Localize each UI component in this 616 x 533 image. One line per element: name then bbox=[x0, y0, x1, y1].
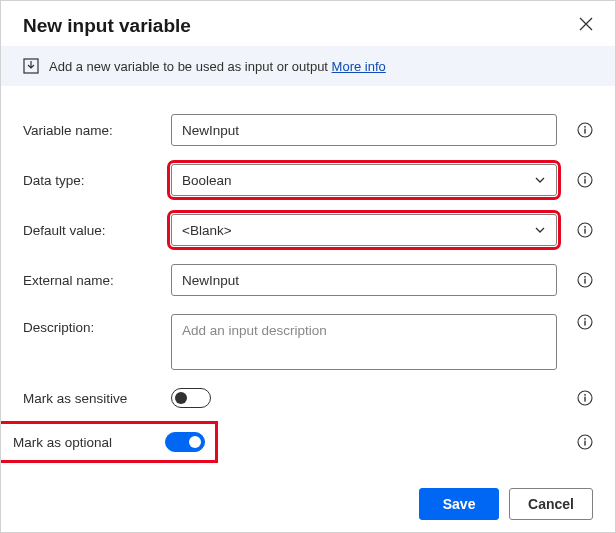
svg-point-14 bbox=[584, 318, 586, 320]
label-variable-name: Variable name: bbox=[23, 123, 161, 138]
dialog-header: New input variable bbox=[1, 1, 615, 46]
row-default-value: Default value: <Blank> bbox=[23, 214, 593, 246]
close-icon bbox=[579, 17, 593, 31]
chevron-down-icon bbox=[534, 224, 546, 236]
label-mark-sensitive: Mark as sensitive bbox=[23, 391, 161, 406]
svg-point-8 bbox=[584, 226, 586, 228]
svg-rect-18 bbox=[584, 397, 585, 402]
form-body: Variable name: Data type: Boolean Defaul… bbox=[1, 86, 615, 486]
row-mark-sensitive: Mark as sensitive bbox=[23, 388, 593, 408]
info-banner: Add a new variable to be used as input o… bbox=[1, 46, 615, 86]
info-icon-mark-optional[interactable] bbox=[567, 434, 593, 450]
svg-point-17 bbox=[584, 394, 586, 396]
info-icon-description[interactable] bbox=[567, 314, 593, 330]
info-icon-mark-sensitive[interactable] bbox=[567, 390, 593, 406]
svg-point-2 bbox=[584, 126, 586, 128]
more-info-link[interactable]: More info bbox=[332, 59, 386, 74]
toggle-mark-optional[interactable] bbox=[165, 432, 205, 452]
select-default-value-value: <Blank> bbox=[182, 223, 232, 238]
select-data-type-value: Boolean bbox=[182, 173, 232, 188]
input-variable-name[interactable] bbox=[171, 114, 557, 146]
info-icon-variable-name[interactable] bbox=[567, 122, 593, 138]
close-button[interactable] bbox=[575, 13, 597, 38]
svg-rect-21 bbox=[584, 441, 585, 446]
row-external-name: External name: bbox=[23, 264, 593, 296]
toggle-mark-sensitive[interactable] bbox=[171, 388, 211, 408]
info-icon-external-name[interactable] bbox=[567, 272, 593, 288]
input-external-name[interactable] bbox=[171, 264, 557, 296]
banner-text: Add a new variable to be used as input o… bbox=[49, 59, 386, 74]
label-description: Description: bbox=[23, 314, 161, 335]
cancel-button[interactable]: Cancel bbox=[509, 488, 593, 520]
svg-rect-9 bbox=[584, 229, 585, 234]
save-button[interactable]: Save bbox=[419, 488, 499, 520]
chevron-down-icon bbox=[534, 174, 546, 186]
dialog-title: New input variable bbox=[23, 15, 191, 37]
row-description: Description: bbox=[23, 314, 593, 370]
svg-rect-15 bbox=[584, 321, 585, 326]
label-external-name: External name: bbox=[23, 273, 161, 288]
select-default-value[interactable]: <Blank> bbox=[171, 214, 557, 246]
row-variable-name: Variable name: bbox=[23, 114, 593, 146]
svg-point-11 bbox=[584, 276, 586, 278]
download-variable-icon bbox=[23, 58, 39, 74]
select-data-type[interactable]: Boolean bbox=[171, 164, 557, 196]
row-data-type: Data type: Boolean bbox=[23, 164, 593, 196]
label-default-value: Default value: bbox=[23, 223, 161, 238]
input-description[interactable] bbox=[171, 314, 557, 370]
svg-rect-6 bbox=[584, 179, 585, 184]
svg-point-20 bbox=[584, 438, 586, 440]
svg-point-5 bbox=[584, 176, 586, 178]
svg-rect-12 bbox=[584, 279, 585, 284]
label-mark-optional: Mark as optional bbox=[13, 435, 155, 450]
info-icon-data-type[interactable] bbox=[567, 172, 593, 188]
label-data-type: Data type: bbox=[23, 173, 161, 188]
dialog-footer: Save Cancel bbox=[419, 488, 593, 520]
info-icon-default-value[interactable] bbox=[567, 222, 593, 238]
row-mark-optional: Mark as optional bbox=[13, 424, 593, 460]
svg-rect-3 bbox=[584, 129, 585, 134]
